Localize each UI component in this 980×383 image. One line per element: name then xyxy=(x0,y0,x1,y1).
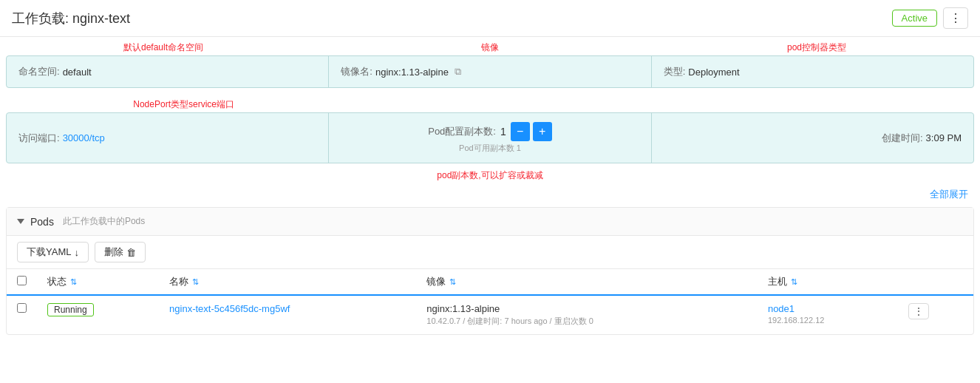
pod-image-sub: 10.42.0.7 / 创建时间: 7 hours ago / 重启次数 0 xyxy=(426,316,747,327)
page-title: 工作负载: nginx-text xyxy=(12,10,130,27)
image-label: 镜像名: xyxy=(341,65,372,78)
download-icon: ↓ xyxy=(74,247,79,258)
info-card-row2: 访问端口: 30000/tcp Pod配置副本数: 1 − + Pod可用副本数… xyxy=(6,112,974,163)
pod-available-row: Pod可用副本数 1 xyxy=(459,143,521,154)
status-col-header: 状态 ⇅ xyxy=(37,269,159,295)
row-host-cell: node1 192.168.122.12 xyxy=(758,295,898,334)
row-actions-cell: ⋮ xyxy=(898,295,973,334)
pods-table-body: Running nginx-text-5c456f5dc-mg5wf nginx… xyxy=(7,295,973,334)
pods-table-head: 状态 ⇅ 名称 ⇅ 镜像 ⇅ xyxy=(7,269,973,295)
pod-available-label: Pod可用副本数 xyxy=(459,143,514,152)
type-cell: 类型: Deployment xyxy=(651,56,973,87)
name-col-label: 名称 xyxy=(169,275,188,288)
name-col-header: 名称 ⇅ xyxy=(159,269,416,295)
name-sort-icon[interactable]: ⇅ xyxy=(192,277,199,287)
pods-table: 状态 ⇅ 名称 ⇅ 镜像 ⇅ xyxy=(7,269,973,334)
annotation-row-2: NodePort类型service端口 xyxy=(0,94,980,112)
pods-section: Pods 此工作负载中的Pods 下载YAML ↓ 删除 🗑 状态 ⇅ xyxy=(6,207,974,335)
port-label: 访问端口: xyxy=(18,132,60,145)
row-checkbox[interactable] xyxy=(17,303,27,313)
increase-replica-button[interactable]: + xyxy=(533,122,552,141)
replica-annotation: pod副本数,可以扩容或裁减 xyxy=(0,169,980,182)
replica-section: Pod配置副本数: 1 − + Pod可用副本数 1 xyxy=(428,122,552,154)
copy-icon[interactable]: ⧉ xyxy=(455,66,461,78)
nodeport-annotation: NodePort类型service端口 xyxy=(0,98,367,111)
host-name-link[interactable]: node1 xyxy=(768,303,888,314)
decrease-replica-button[interactable]: − xyxy=(511,122,530,141)
delete-icon: 🗑 xyxy=(126,247,136,258)
actions-col-header xyxy=(898,269,973,295)
more-button[interactable]: ⋮ xyxy=(943,7,968,29)
row-image-cell: nginx:1.13-alpine 10.42.0.7 / 创建时间: 7 ho… xyxy=(416,295,758,334)
page-header: 工作负载: nginx-text Active ⋮ xyxy=(0,0,980,37)
status-badge: Active xyxy=(892,10,937,27)
pod-controller-annotation: pod控制器类型 xyxy=(653,41,980,54)
pod-name-link[interactable]: nginx-text-5c456f5dc-mg5wf xyxy=(169,303,290,314)
replica-cell: Pod配置副本数: 1 − + Pod可用副本数 1 xyxy=(328,113,650,163)
namespace-cell: 命名空间: default xyxy=(7,56,328,87)
annotation-row-1: 默认default命名空间 镜像 pod控制器类型 xyxy=(0,37,980,55)
info-card-row1: 命名空间: default 镜像名: nginx:1.13-alpine ⧉ 类… xyxy=(6,55,974,88)
namespace-label: 命名空间: xyxy=(18,65,60,78)
host-col-label: 主机 xyxy=(768,275,787,288)
row-name-cell: nginx-text-5c456f5dc-mg5wf xyxy=(159,295,416,334)
namespace-value: default xyxy=(63,67,92,78)
workload-name: nginx-text xyxy=(72,11,130,26)
select-all-col xyxy=(7,269,37,295)
select-all-checkbox[interactable] xyxy=(17,276,27,285)
namespace-annotation: 默认default命名空间 xyxy=(0,41,327,54)
created-label: 创建时间: xyxy=(882,132,923,145)
replica-row: Pod配置副本数: 1 − + xyxy=(428,122,552,141)
port-cell: 访问端口: 30000/tcp xyxy=(7,113,328,163)
image-annotation: 镜像 xyxy=(327,41,653,54)
info-card-row2-inner: 访问端口: 30000/tcp Pod配置副本数: 1 − + Pod可用副本数… xyxy=(7,113,973,163)
pod-config-label: Pod配置副本数: xyxy=(428,125,496,138)
pods-subtitle: 此工作负载中的Pods xyxy=(63,215,145,228)
delete-label: 删除 xyxy=(104,245,123,259)
created-cell: 创建时间: 3:09 PM xyxy=(651,113,973,163)
info-card-row1-inner: 命名空间: default 镜像名: nginx:1.13-alpine ⧉ 类… xyxy=(7,56,973,87)
pod-config-value: 1 xyxy=(500,126,506,138)
running-status-badge: Running xyxy=(47,303,94,316)
row-status-cell: Running xyxy=(37,295,159,334)
expand-row: 全部展开 xyxy=(0,185,980,204)
host-sort-icon[interactable]: ⇅ xyxy=(791,277,797,287)
type-label: 类型: xyxy=(664,65,686,78)
empty-annotation2 xyxy=(674,98,980,111)
image-col-label: 镜像 xyxy=(426,275,446,288)
image-cell: 镜像名: nginx:1.13-alpine ⧉ xyxy=(328,56,650,87)
image-sort-icon[interactable]: ⇅ xyxy=(449,277,456,287)
created-value: 3:09 PM xyxy=(926,132,962,143)
title-prefix: 工作负载: xyxy=(12,11,69,26)
image-col-header: 镜像 ⇅ xyxy=(416,269,758,295)
type-value: Deployment xyxy=(688,67,739,78)
delete-button[interactable]: 删除 🗑 xyxy=(95,242,146,262)
image-value: nginx:1.13-alpine xyxy=(375,67,449,78)
host-ip: 192.168.122.12 xyxy=(768,316,888,325)
row-more-button[interactable]: ⋮ xyxy=(908,303,929,319)
replica-controls: − + xyxy=(511,122,552,141)
pods-table-header-row: 状态 ⇅ 名称 ⇅ 镜像 ⇅ xyxy=(7,269,973,295)
pod-available-value: 1 xyxy=(517,143,521,152)
pods-toolbar: 下载YAML ↓ 删除 🗑 xyxy=(7,236,973,269)
table-row: Running nginx-text-5c456f5dc-mg5wf nginx… xyxy=(7,295,973,334)
pods-header: Pods 此工作负载中的Pods xyxy=(7,208,973,236)
port-value[interactable]: 30000/tcp xyxy=(63,132,105,143)
pods-title: Pods xyxy=(30,216,54,228)
download-yaml-button[interactable]: 下载YAML ↓ xyxy=(17,242,89,262)
host-col-header: 主机 ⇅ xyxy=(758,269,898,295)
download-yaml-label: 下载YAML xyxy=(27,245,71,259)
row-checkbox-cell xyxy=(7,295,37,334)
empty-annotation xyxy=(367,98,673,111)
status-sort-icon[interactable]: ⇅ xyxy=(70,277,77,287)
status-col-label: 状态 xyxy=(47,275,67,288)
pod-image-main: nginx:1.13-alpine xyxy=(426,303,747,314)
collapse-icon[interactable] xyxy=(17,219,24,224)
expand-link[interactable]: 全部展开 xyxy=(930,188,968,201)
header-actions: Active ⋮ xyxy=(892,7,968,29)
